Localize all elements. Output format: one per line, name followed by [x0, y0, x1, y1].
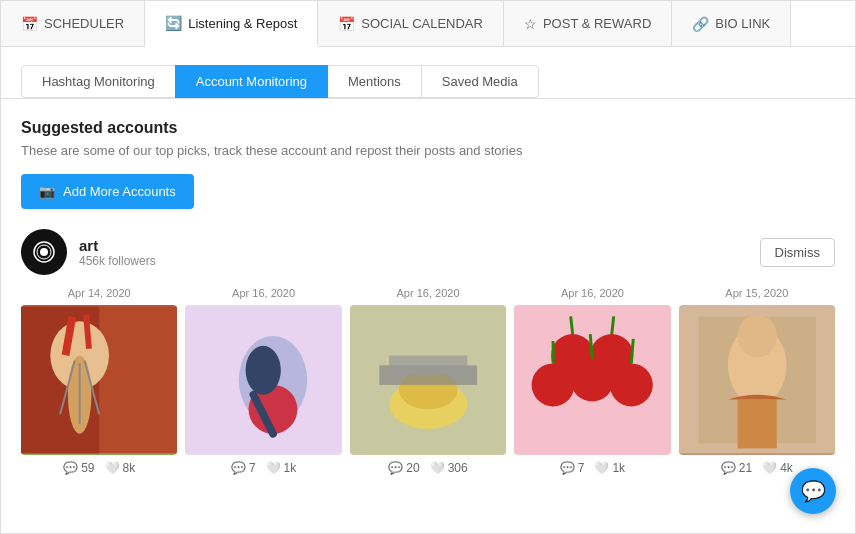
tab-bio-link[interactable]: 🔗 BIO LINK	[672, 1, 791, 46]
like-count: 4k	[780, 461, 793, 475]
post-stats: 💬 59 🤍 8k	[21, 461, 177, 475]
tab-social-calendar[interactable]: 📅 SOCIAL CALENDAR	[318, 1, 504, 46]
post-stats: 💬 7 🤍 1k	[514, 461, 670, 475]
post-card: Apr 16, 2020 💬 20	[350, 287, 506, 475]
post-stats: 💬 7 🤍 1k	[185, 461, 341, 475]
subtab-saved-media[interactable]: Saved Media	[421, 65, 539, 98]
comment-icon: 💬	[721, 461, 736, 475]
bio-link-icon: 🔗	[692, 16, 709, 32]
like-icon: 🤍	[430, 461, 445, 475]
comment-icon: 💬	[63, 461, 78, 475]
subtab-mentions[interactable]: Mentions	[327, 65, 422, 98]
post-image[interactable]	[350, 305, 506, 455]
comment-count: 59	[81, 461, 94, 475]
like-count: 8k	[123, 461, 136, 475]
sub-nav: Hashtag Monitoring Account Monitoring Me…	[1, 47, 855, 99]
comment-count: 7	[249, 461, 256, 475]
comment-icon: 💬	[560, 461, 575, 475]
tab-bio-link-label: BIO LINK	[715, 16, 770, 31]
like-stat: 🤍 1k	[594, 461, 625, 475]
tab-scheduler[interactable]: 📅 SCHEDULER	[1, 1, 145, 46]
post-date: Apr 15, 2020	[679, 287, 835, 299]
post-card: Apr 15, 2020 💬	[679, 287, 835, 475]
content-area: Suggested accounts These are some of our…	[1, 99, 855, 495]
account-name: art	[79, 237, 760, 254]
chat-icon: 💬	[801, 479, 826, 503]
like-count: 1k	[612, 461, 625, 475]
account-followers: 456k followers	[79, 254, 760, 268]
chat-button[interactable]: 💬	[790, 468, 836, 514]
subtab-hashtag-label: Hashtag Monitoring	[42, 74, 155, 89]
comment-icon: 💬	[388, 461, 403, 475]
svg-line-29	[632, 339, 634, 363]
svg-point-36	[737, 315, 776, 358]
post-image[interactable]	[679, 305, 835, 455]
comment-count: 20	[406, 461, 419, 475]
post-stats: 💬 20 🤍 306	[350, 461, 506, 475]
tab-social-calendar-label: SOCIAL CALENDAR	[361, 16, 483, 31]
suggested-title: Suggested accounts	[21, 119, 835, 137]
subtab-mentions-label: Mentions	[348, 74, 401, 89]
like-count: 1k	[284, 461, 297, 475]
tab-listening[interactable]: 🔄 Listening & Repost	[145, 1, 318, 47]
svg-line-30	[571, 316, 573, 334]
comment-icon: 💬	[231, 461, 246, 475]
svg-point-26	[590, 334, 633, 377]
posts-wrapper: ‹ Apr 14, 2020	[21, 287, 835, 475]
like-stat: 🤍 306	[430, 461, 468, 475]
add-accounts-icon: 📷	[39, 184, 55, 199]
comment-stat: 💬 20	[388, 461, 419, 475]
like-count: 306	[448, 461, 468, 475]
top-nav: 📅 SCHEDULER 🔄 Listening & Repost 📅 SOCIA…	[1, 1, 855, 47]
svg-point-15	[246, 346, 281, 395]
like-icon: 🤍	[266, 461, 281, 475]
subtab-saved-media-label: Saved Media	[442, 74, 518, 89]
app-container: 📅 SCHEDULER 🔄 Listening & Repost 📅 SOCIA…	[0, 0, 856, 534]
like-stat: 🤍 8k	[105, 461, 136, 475]
comment-count: 7	[578, 461, 585, 475]
post-image[interactable]	[185, 305, 341, 455]
tab-post-reward-label: POST & REWARD	[543, 16, 651, 31]
add-more-accounts-button[interactable]: 📷 Add More Accounts	[21, 174, 194, 209]
dismiss-button[interactable]: Dismiss	[760, 238, 836, 267]
post-card: Apr 16, 2020	[514, 287, 670, 475]
svg-rect-35	[737, 400, 776, 449]
svg-point-25	[551, 334, 594, 377]
post-image[interactable]	[21, 305, 177, 455]
subtab-hashtag[interactable]: Hashtag Monitoring	[21, 65, 176, 98]
account-row: art 456k followers Dismiss	[21, 229, 835, 275]
like-icon: 🤍	[762, 461, 777, 475]
avatar	[21, 229, 67, 275]
post-reward-icon: ☆	[524, 16, 537, 32]
subtab-account-label: Account Monitoring	[196, 74, 307, 89]
comment-stat: 💬 7	[560, 461, 585, 475]
social-calendar-icon: 📅	[338, 16, 355, 32]
listening-icon: 🔄	[165, 15, 182, 31]
tab-scheduler-label: SCHEDULER	[44, 16, 124, 31]
post-date: Apr 16, 2020	[514, 287, 670, 299]
svg-line-31	[612, 316, 614, 334]
comment-count: 21	[739, 461, 752, 475]
scheduler-icon: 📅	[21, 16, 38, 32]
like-icon: 🤍	[594, 461, 609, 475]
svg-rect-20	[389, 356, 467, 376]
like-stat: 🤍 1k	[266, 461, 297, 475]
posts-grid: Apr 14, 2020	[21, 287, 835, 475]
post-date: Apr 16, 2020	[350, 287, 506, 299]
post-card: Apr 14, 2020	[21, 287, 177, 475]
svg-line-28	[590, 334, 592, 358]
svg-point-1	[40, 248, 48, 256]
post-date: Apr 14, 2020	[21, 287, 177, 299]
tab-listening-label: Listening & Repost	[188, 16, 297, 31]
tab-post-reward[interactable]: ☆ POST & REWARD	[504, 1, 672, 46]
like-stat: 🤍 4k	[762, 461, 793, 475]
comment-stat: 💬 21	[721, 461, 752, 475]
comment-stat: 💬 59	[63, 461, 94, 475]
like-icon: 🤍	[105, 461, 120, 475]
account-info: art 456k followers	[79, 237, 760, 268]
post-card: Apr 16, 2020 💬 7	[185, 287, 341, 475]
post-date: Apr 16, 2020	[185, 287, 341, 299]
post-image[interactable]	[514, 305, 670, 455]
subtab-account[interactable]: Account Monitoring	[175, 65, 328, 98]
suggested-desc: These are some of our top picks, track t…	[21, 143, 835, 158]
